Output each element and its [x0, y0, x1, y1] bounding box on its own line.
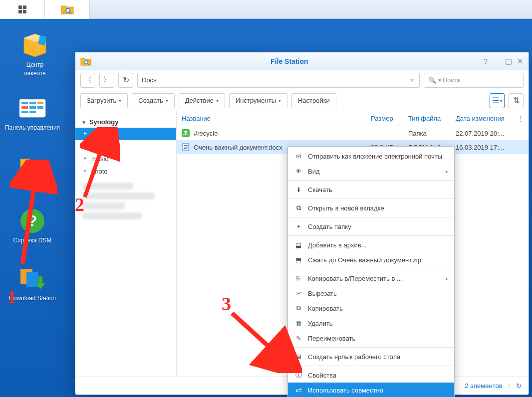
svg-rect-2	[18, 10, 22, 13]
star-icon[interactable]: ★	[409, 76, 415, 84]
ctx-rename[interactable]: ✎Переименовать	[288, 331, 454, 346]
copy-icon: ⎘	[294, 275, 303, 282]
tools-button[interactable]: Инструменты▾	[229, 93, 287, 108]
icon-label: Download Station	[9, 294, 56, 303]
svg-point-22	[85, 60, 88, 63]
ctx-copy-move[interactable]: ⎘Копировать в/Переместить в ...▸	[288, 271, 454, 286]
ctx-desktop-shortcut[interactable]: 🖥Создать ярлык рабочего стола	[288, 349, 454, 364]
ctx-send-email[interactable]: ✉Отправить как вложение электронной почт…	[288, 149, 454, 164]
svg-rect-15	[29, 111, 36, 113]
tree-item-films[interactable]: Films	[75, 140, 176, 153]
download-icon: ⬇	[294, 186, 303, 194]
action-button[interactable]: Действие▾	[179, 93, 225, 108]
ctx-share[interactable]: ⮂Использовать совместно	[288, 383, 454, 397]
external-icon: ⧉	[294, 204, 303, 212]
desktop-icon-package-center[interactable]: Центрпакетов	[2, 32, 67, 78]
nav-bar: 〈 〉 ↻ Docs★ 🔍▾Поиск	[75, 70, 529, 90]
icon-label: Панель управления	[5, 124, 60, 132]
item-count: 2 элементов	[465, 382, 502, 390]
desktop-icon-dsm-help[interactable]: ? Справка DSM	[0, 207, 65, 245]
col-menu[interactable]: ⋮	[518, 115, 524, 122]
window-titlebar[interactable]: File Station ? — ▢ ✕	[75, 52, 529, 70]
taskbar-menu-button[interactable]	[0, 0, 45, 19]
forward-button[interactable]: 〉	[99, 73, 114, 88]
create-button[interactable]: Создать▾	[132, 93, 174, 108]
context-menu: ✉Отправить как вложение электронной почт…	[287, 146, 455, 397]
search-icon: 🔍	[428, 76, 436, 84]
col-type[interactable]: Тип файла	[405, 115, 453, 122]
svg-rect-9	[29, 102, 36, 104]
ctx-view[interactable]: 👁Вид▸	[288, 164, 454, 179]
download-station-icon	[18, 266, 46, 291]
col-date[interactable]: Дата изменения	[453, 115, 518, 122]
svg-rect-8	[21, 102, 28, 104]
minimize-button[interactable]: —	[493, 57, 500, 66]
info-icon: ⓘ	[294, 371, 303, 380]
window-title: File Station	[95, 57, 484, 65]
col-size[interactable]: Размер	[368, 115, 405, 122]
ctx-download[interactable]: ⬇Скачать	[288, 182, 454, 197]
status-sep: |	[509, 382, 510, 390]
svg-rect-26	[184, 145, 188, 146]
package-center-icon	[21, 33, 49, 58]
chevron-right-icon: ▸	[446, 169, 448, 174]
docx-icon	[182, 143, 191, 151]
icon-label: File Station	[17, 182, 47, 190]
plus-icon: ＋	[294, 222, 303, 231]
svg-point-16	[29, 165, 37, 173]
tree-item-photo[interactable]: photo	[75, 165, 176, 178]
svg-rect-3	[23, 10, 26, 13]
recycle-icon	[182, 129, 191, 137]
maximize-button[interactable]: ▢	[505, 57, 512, 66]
apps-icon	[18, 5, 27, 14]
share-icon: ⮂	[294, 387, 303, 394]
help-icon[interactable]: ?	[484, 57, 488, 66]
settings-button[interactable]: Настройки	[291, 93, 336, 108]
svg-rect-12	[29, 106, 36, 109]
svg-point-4	[66, 8, 70, 12]
taskbar	[0, 0, 532, 19]
ctx-copy[interactable]: ⧉Копировать	[288, 301, 454, 316]
refresh-button[interactable]: ↻	[118, 73, 133, 88]
mail-icon: ✉	[294, 153, 303, 160]
tree-item-music[interactable]: music	[75, 153, 176, 165]
folder-search-icon	[80, 57, 91, 66]
path-input[interactable]: Docs★	[137, 73, 420, 88]
help-icon: ?	[19, 208, 45, 234]
tree-root[interactable]: Synology	[75, 116, 176, 128]
chevron-right-icon: ▸	[446, 276, 448, 281]
ctx-add-archive[interactable]: ⬓Добавить в архив...	[288, 237, 454, 252]
desktop-icon: 🖥	[294, 353, 303, 361]
search-input[interactable]: 🔍▾Поиск	[424, 73, 524, 88]
svg-rect-11	[21, 106, 28, 109]
tree-item-docs[interactable]: Docs	[75, 128, 176, 140]
ctx-properties[interactable]: ⓘСвойства	[288, 368, 454, 383]
view-list-button[interactable]: ☰▾	[490, 93, 505, 108]
svg-text:?: ?	[27, 212, 37, 230]
desktop-icon-download-station[interactable]: Download Station	[0, 265, 65, 303]
ctx-create-folder[interactable]: ＋Создать папку	[288, 219, 454, 234]
upload-button[interactable]: Загрузить▾	[80, 93, 128, 108]
folder-search-icon	[61, 4, 74, 15]
back-button[interactable]: 〈	[80, 73, 95, 88]
ctx-cut[interactable]: ✂Вырезать	[288, 286, 454, 301]
col-name[interactable]: Название	[182, 115, 368, 122]
desktop-icon-control-panel[interactable]: Панель управления	[0, 95, 65, 132]
close-button[interactable]: ✕	[517, 57, 524, 66]
desktop-icon-file-station[interactable]: File Station	[0, 153, 65, 190]
refresh-icon[interactable]: ↻	[516, 382, 522, 390]
ctx-delete[interactable]: 🗑Удалить	[288, 316, 454, 331]
file-row[interactable]: #recycle Папка 22.07.2019 20:...	[177, 126, 529, 140]
taskbar-file-station[interactable]	[45, 0, 90, 19]
cut-icon: ✂	[294, 290, 303, 297]
archive-icon: ⬓	[294, 241, 303, 249]
blurred-items	[82, 183, 167, 219]
ctx-compress[interactable]: ⬒Сжать до Очень важный документ.zip	[288, 252, 454, 267]
trash-icon: 🗑	[294, 320, 303, 327]
column-headers: Название Размер Тип файла Дата изменения…	[177, 111, 529, 126]
ctx-open-tab[interactable]: ⧉Открыть в новой вкладке	[288, 200, 454, 215]
svg-rect-14	[21, 111, 28, 113]
sort-button[interactable]: ⇅	[509, 93, 524, 108]
icon-label: Справка DSM	[13, 236, 51, 245]
folder-search-icon	[18, 154, 46, 178]
